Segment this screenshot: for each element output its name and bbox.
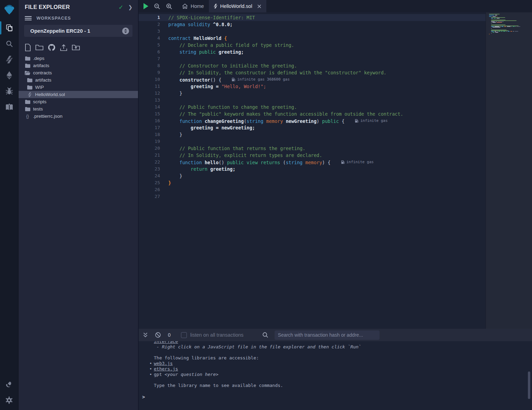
line-number[interactable]: 10 [139, 76, 160, 83]
line-number[interactable]: 9 [139, 69, 160, 76]
code-line[interactable]: // Public function that returns the gree… [168, 145, 486, 152]
code-line[interactable]: greeting = "Hello, World!"; [168, 83, 486, 90]
code-line[interactable]: string public greeting; [168, 49, 486, 55]
upload-file-icon[interactable] [60, 44, 67, 51]
code-line[interactable] [168, 193, 486, 200]
tree-item-artifacts[interactable]: artifacts [19, 76, 138, 84]
tab-home[interactable]: Home [177, 0, 209, 12]
plugin-manager-icon[interactable] [0, 376, 19, 392]
terminal-search-input[interactable] [275, 330, 380, 340]
code-line[interactable]: // Declare a public field of type string… [168, 42, 486, 49]
zoom-out-icon[interactable] [154, 3, 160, 10]
close-tab-icon[interactable] [257, 4, 262, 9]
line-number[interactable]: 19 [139, 138, 160, 145]
code-line[interactable] [168, 138, 486, 145]
tree-item-tests[interactable]: tests [19, 105, 138, 113]
upload-folder-icon[interactable] [72, 44, 80, 51]
line-number[interactable]: 24 [139, 172, 160, 179]
terminal-output[interactable]: interface - Right click on a JavaScript … [139, 341, 532, 410]
line-number[interactable]: 6 [139, 49, 160, 55]
line-number[interactable]: 5 [139, 42, 160, 49]
file-explorer-icon[interactable] [0, 20, 19, 36]
code-line[interactable] [168, 186, 486, 193]
code-line[interactable] [168, 55, 486, 62]
workspace-select[interactable]: OpenZeppelin ERC20 - 1 [24, 25, 132, 37]
tree-item-wip[interactable]: WIP [19, 84, 138, 91]
terminal-prompt[interactable]: > [139, 394, 532, 400]
terminal-collapse-icon[interactable] [143, 332, 148, 338]
clear-console-icon[interactable] [155, 332, 161, 338]
line-number[interactable]: 15 [139, 111, 160, 117]
code-line[interactable]: contract HelloWorld { [168, 35, 486, 42]
code-line[interactable]: // In Solidity, explicit return types ar… [168, 152, 486, 159]
code-line[interactable]: // The "public" keyword makes the functi… [168, 111, 486, 117]
line-number[interactable]: 14 [139, 104, 160, 111]
run-script-button[interactable] [143, 3, 148, 9]
line-number[interactable]: 3 [139, 28, 160, 35]
debugger-icon[interactable] [0, 83, 19, 99]
code-line[interactable]: function changeGreeting(string memory ne… [168, 117, 486, 124]
code-editor[interactable]: 1234567891011121314151617181920212223242… [139, 12, 486, 329]
minimap[interactable] [489, 14, 529, 36]
settings-icon[interactable] [0, 392, 19, 408]
code-line[interactable]: } [168, 90, 486, 97]
code-line[interactable]: } [168, 172, 486, 179]
learn-icon[interactable] [0, 99, 19, 115]
code-line[interactable]: constructor() {infinite gas 368600 gas [168, 76, 486, 83]
terminal-scrollbar-thumb[interactable] [528, 371, 530, 399]
deploy-run-icon[interactable] [0, 67, 19, 83]
code-line[interactable] [168, 28, 486, 35]
remix-logo[interactable] [0, 0, 19, 20]
line-number[interactable]: 8 [139, 62, 160, 69]
tree-item-scripts[interactable]: scripts [19, 98, 138, 105]
terminal-link[interactable]: interface [154, 341, 178, 344]
line-number[interactable]: 13 [139, 97, 160, 104]
line-number[interactable]: 16 [139, 117, 160, 124]
line-number[interactable]: 18 [139, 131, 160, 138]
code-line[interactable]: // In Solidity, the constructor is defin… [168, 69, 486, 76]
line-number[interactable]: 25 [139, 179, 160, 186]
line-number[interactable]: 23 [139, 166, 160, 172]
terminal-link[interactable]: ethers.js [154, 366, 178, 371]
code-line[interactable]: return greeting; [168, 166, 486, 172]
tree-item-helloworld-sol[interactable]: HelloWorld.sol [19, 91, 138, 98]
code-line[interactable] [168, 97, 486, 104]
code-line[interactable]: // Public function to change the greetin… [168, 104, 486, 111]
code-line[interactable]: // SPDX-License-Identifier: MIT [168, 14, 486, 21]
new-folder-icon[interactable] [35, 44, 43, 51]
search-icon[interactable] [0, 36, 19, 52]
code-line[interactable]: } [168, 131, 486, 138]
code-line[interactable]: function hello() public view returns (st… [168, 159, 486, 166]
tree-item-artifacts[interactable]: artifacts [19, 62, 138, 69]
tree-item--prettierrc-json[interactable]: {}.prettierrc.json [19, 113, 138, 120]
github-icon[interactable] [48, 44, 55, 51]
line-number[interactable]: 4 [139, 35, 160, 42]
new-file-icon[interactable] [25, 44, 31, 51]
code-line[interactable]: pragma solidity ^0.8.0; [168, 21, 486, 28]
tab-helloworld-sol[interactable]: HelloWorld.sol [209, 0, 266, 12]
terminal-link[interactable]: web3.js [154, 361, 173, 366]
line-number[interactable]: 26 [139, 186, 160, 193]
workspace-sort-icon[interactable] [122, 28, 129, 34]
code-content[interactable]: // SPDX-License-Identifier: MITpragma so… [168, 14, 486, 200]
zoom-in-icon[interactable] [166, 3, 172, 10]
line-number[interactable]: 12 [139, 90, 160, 97]
code-line[interactable]: // Constructor to initialize the greetin… [168, 62, 486, 69]
line-number[interactable]: 17 [139, 124, 160, 131]
editor-gutter[interactable]: 1234567891011121314151617181920212223242… [139, 14, 168, 200]
tree-item-contracts[interactable]: contracts [19, 69, 138, 76]
line-number[interactable]: 21 [139, 152, 160, 159]
line-number[interactable]: 2 [139, 21, 160, 28]
solidity-compiler-icon[interactable] [0, 52, 19, 67]
line-number[interactable]: 1 [139, 14, 160, 21]
code-line[interactable]: greeting = newGreeting; [168, 124, 486, 131]
line-number[interactable]: 22 [139, 159, 160, 166]
workspaces-menu-icon[interactable] [25, 16, 32, 21]
workspace-ok-icon[interactable]: ✓ [118, 4, 123, 10]
line-number[interactable]: 11 [139, 83, 160, 90]
line-number[interactable]: 27 [139, 193, 160, 200]
code-line[interactable]: } [168, 179, 486, 186]
line-number[interactable]: 7 [139, 55, 160, 62]
chevron-right-icon[interactable]: ❯ [128, 4, 132, 10]
tree-item--deps[interactable]: .deps [19, 55, 138, 62]
